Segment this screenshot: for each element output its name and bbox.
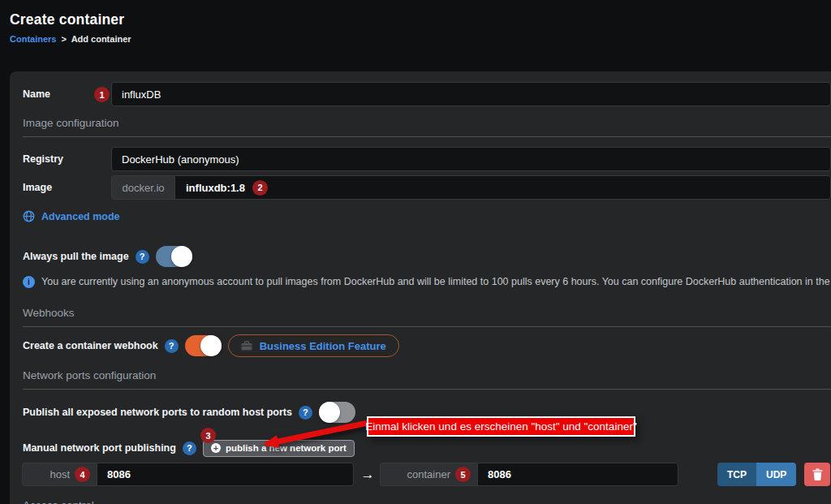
publish-port-button-label: publish a new network port [226,443,347,453]
plus-circle-icon: + [211,443,221,453]
create-container-page: Create container Containers > Add contai… [0,0,831,504]
toggle-knob [171,246,192,267]
toggle-knob [319,402,340,423]
registry-row: Registry DockerHub (anonymous) [23,147,831,171]
name-row: Name 1 [23,82,831,106]
delete-port-button[interactable] [804,463,830,486]
pull-limit-notice: i You are currently using an anonymous a… [23,275,831,288]
image-value: influxdb:1.8 [186,182,245,194]
create-container-form: Name 1 Image configuration Registry Dock… [10,71,831,504]
registry-label: Registry [23,153,109,165]
help-icon[interactable]: ? [183,442,196,455]
section-heading-webhooks: Webhooks [23,307,831,327]
publish-port-button[interactable]: + publish a new network port [203,440,355,457]
business-edition-label: Business Edition Feature [260,340,386,352]
port-mapping-row: host 4 → container 5 TCP UDP [22,463,831,486]
notice-text: You are currently using an anonymous acc… [41,276,831,287]
globe-icon [23,210,35,222]
step-badge-5: 5 [455,467,471,482]
manual-publish-label: Manual network port publishing [23,442,176,454]
annotation-callout: Einmal klicken und es erscheinen "host" … [367,416,635,437]
name-input[interactable] [111,82,831,106]
step-badge-2: 2 [252,180,268,196]
toggle-knob [200,335,222,356]
image-input[interactable]: influxdb:1.8 2 [174,175,831,200]
always-pull-row: Always pull the image ? [23,246,831,267]
name-label: Name 1 [23,88,109,100]
breadcrumb-link-containers[interactable]: Containers [10,34,56,44]
section-heading-network-ports: Network ports configuration [23,369,831,390]
breadcrumb: Containers > Add container [10,34,131,44]
help-icon[interactable]: ? [165,339,179,353]
container-label: container [407,468,450,480]
step-badge-4: 4 [75,467,90,482]
manual-publish-row: Manual network port publishing ? + publi… [23,438,831,458]
section-heading-image-configuration: Image configuration [23,117,831,137]
help-icon[interactable]: ? [299,406,312,420]
page-title: Create container [10,11,131,28]
registry-select[interactable]: DockerHub (anonymous) [111,147,831,171]
udp-button[interactable]: UDP [756,463,796,486]
tcp-button[interactable]: TCP [717,463,756,486]
page-header: Create container Containers > Add contai… [10,11,131,44]
protocol-toggle-group: TCP UDP [717,463,796,486]
container-addon: container 5 [380,463,477,486]
breadcrumb-separator: > [62,34,67,44]
webhook-label: Create a container webhook [23,340,158,351]
image-registry-addon: docker.io [111,175,174,200]
webhook-toggle[interactable] [185,335,222,356]
publish-all-toggle[interactable] [319,402,355,423]
arrow-right-icon: → [360,467,375,483]
always-pull-label: Always pull the image [23,251,129,262]
host-port-input[interactable] [97,463,354,486]
info-icon: i [23,276,35,288]
breadcrumb-current: Add container [71,34,131,44]
image-label: Image [23,182,109,193]
step-badge-3: 3 [200,428,216,443]
help-icon[interactable]: ? [136,250,149,264]
host-label: host [50,468,70,480]
advanced-mode-label: Advanced mode [41,211,120,222]
container-port-group: container 5 [380,463,678,486]
trash-icon [812,468,823,480]
webhook-row: Create a container webhook ? Business Ed… [23,334,831,357]
image-input-group: docker.io influxdb:1.8 2 [111,175,831,200]
business-edition-badge: Business Edition Feature [228,334,399,357]
container-port-input[interactable] [477,463,678,486]
image-row: Image docker.io influxdb:1.8 2 [23,175,831,200]
step-badge-1: 1 [94,87,110,102]
advanced-mode-link[interactable]: Advanced mode [23,210,120,222]
briefcase-icon [241,341,252,351]
always-pull-toggle[interactable] [156,246,192,267]
advanced-mode-row: Advanced mode [23,209,831,223]
host-port-group: host 4 [22,463,354,486]
section-heading-access-control: Access control [23,499,94,504]
publish-all-label: Publish all exposed network ports to ran… [23,407,292,418]
host-addon: host 4 [22,463,97,486]
